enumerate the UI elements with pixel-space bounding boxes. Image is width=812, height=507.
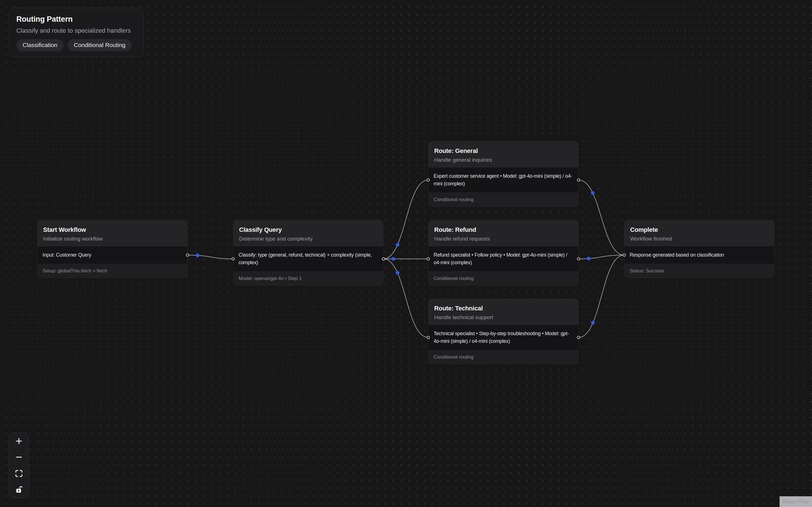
node-subtitle: Handle refund requests xyxy=(434,235,573,242)
edge-route-refund-to-complete[interactable] xyxy=(578,255,624,259)
attribution-label: React Flow xyxy=(782,499,809,505)
pattern-title: Routing Pattern xyxy=(16,15,136,24)
edge-route-general-to-complete[interactable] xyxy=(578,180,624,255)
fit-view-icon xyxy=(15,469,23,478)
edge-route-technical-to-complete[interactable] xyxy=(578,255,624,338)
node-subtitle: Handle general inquiries xyxy=(434,157,573,163)
node-header: Route: Refund Handle refund requests xyxy=(428,220,578,246)
node-body: Refund specialist • Follow policy • Mode… xyxy=(428,246,578,272)
badge-conditional-routing: Conditional Routing xyxy=(68,39,132,51)
node-classify-query[interactable]: Classify Query Determine type and comple… xyxy=(233,220,384,286)
node-complete[interactable]: Complete Workflow finished Response gene… xyxy=(624,220,774,278)
flow-canvas[interactable]: Start Workflow Initialize routing workfl… xyxy=(0,0,812,507)
node-footer: Conditional routing xyxy=(428,350,578,364)
edge-classify-to-route-general[interactable] xyxy=(384,180,428,259)
node-body: Technical specialist • Step-by-step trou… xyxy=(428,325,578,350)
node-start-workflow[interactable]: Start Workflow Initialize routing workfl… xyxy=(37,220,188,278)
node-body: Classify: type (general, refund, technic… xyxy=(234,246,383,272)
edge-particle xyxy=(587,257,591,260)
node-header: Start Workflow Initialize routing workfl… xyxy=(38,220,187,246)
node-title: Complete xyxy=(630,226,769,234)
node-footer: Model: openai/gpt-4o • Step 1 xyxy=(234,272,383,285)
node-route-refund[interactable]: Route: Refund Handle refund requests Ref… xyxy=(428,220,578,286)
canvas-controls xyxy=(9,433,29,498)
node-footer: Conditional routing xyxy=(428,193,578,207)
node-body: Input: Customer Query xyxy=(38,246,187,264)
node-route-technical[interactable]: Route: Technical Handle technical suppor… xyxy=(428,298,578,364)
edge-particle xyxy=(591,191,595,195)
node-footer: Status: Success xyxy=(624,264,774,278)
lock-button[interactable] xyxy=(9,482,29,498)
badge-classification: Classification xyxy=(16,39,64,51)
node-header: Complete Workflow finished xyxy=(624,220,774,246)
zoom-in-button[interactable] xyxy=(9,433,29,449)
node-header: Route: Technical Handle technical suppor… xyxy=(428,299,578,325)
react-flow-attribution[interactable]: React Flow xyxy=(779,496,812,507)
node-title: Start Workflow xyxy=(43,226,182,234)
edge-particle xyxy=(196,253,199,257)
node-title: Route: Refund xyxy=(434,226,573,234)
fit-view-button[interactable] xyxy=(9,465,29,482)
node-header: Route: General Handle general inquiries xyxy=(428,142,578,167)
node-subtitle: Workflow finished xyxy=(630,235,769,242)
node-title: Classify Query xyxy=(239,226,377,234)
node-body: Expert customer service agent • Model: g… xyxy=(428,167,578,193)
edge-classify-to-route-technical[interactable] xyxy=(384,259,428,337)
edge-particle xyxy=(396,243,399,247)
node-subtitle: Initialize routing workflow xyxy=(43,235,182,242)
plus-icon xyxy=(15,437,23,445)
node-header: Classify Query Determine type and comple… xyxy=(234,220,383,246)
pattern-subtitle: Classify and route to specialized handle… xyxy=(16,27,136,34)
minus-icon xyxy=(15,453,23,461)
edge-particle xyxy=(396,271,399,275)
node-subtitle: Determine type and complexity xyxy=(239,235,377,242)
node-body: Response generated based on classificati… xyxy=(624,246,774,264)
edge-particle xyxy=(591,321,595,325)
node-footer: Setup: globalThis.fetch = fetch xyxy=(38,264,187,278)
zoom-out-button[interactable] xyxy=(9,449,29,466)
unlock-icon xyxy=(14,485,23,494)
node-route-general[interactable]: Route: General Handle general inquiries … xyxy=(428,141,578,207)
node-title: Route: General xyxy=(434,147,573,155)
pattern-info-card: Routing Pattern Classify and route to sp… xyxy=(9,8,144,57)
edge-start-to-classify[interactable] xyxy=(188,255,233,259)
node-subtitle: Handle technical support xyxy=(434,314,573,321)
edge-particle xyxy=(391,257,395,261)
pattern-badges: Classification Conditional Routing xyxy=(16,39,136,51)
node-footer: Conditional routing xyxy=(428,272,578,285)
node-title: Route: Technical xyxy=(434,304,573,313)
